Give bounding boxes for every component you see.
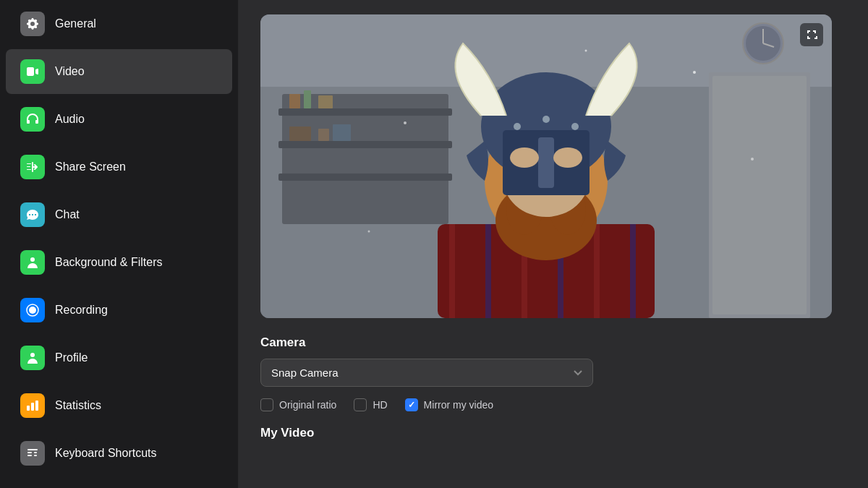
share-screen-icon <box>20 155 45 179</box>
sidebar-item-chat[interactable]: Chat <box>6 192 232 237</box>
hd-label: HD <box>373 399 387 411</box>
svg-point-55 <box>751 158 754 160</box>
sidebar-item-statistics[interactable]: Statistics <box>6 383 232 428</box>
sidebar-item-profile-label: Profile <box>55 351 88 364</box>
statistics-icon <box>20 393 45 418</box>
sidebar-item-share-screen[interactable]: Share Screen <box>6 145 232 189</box>
checkboxes-row: Original ratio HD Mirror my video <box>260 398 846 411</box>
svg-rect-9 <box>712 76 807 314</box>
sidebar-item-recording[interactable]: Recording <box>6 288 232 333</box>
sidebar-item-background-filters[interactable]: Background & Filters <box>6 240 232 285</box>
sidebar-item-keyboard-shortcuts[interactable]: Keyboard Shortcuts <box>6 431 232 476</box>
svg-rect-17 <box>289 127 311 141</box>
sidebar-item-profile[interactable]: Profile <box>6 335 232 380</box>
recording-icon <box>20 298 45 322</box>
sidebar-item-chat-label: Chat <box>55 208 80 221</box>
video-preview <box>260 14 832 318</box>
sidebar: General Video Audio Share Screen <box>0 0 239 488</box>
svg-rect-0 <box>27 169 31 170</box>
sidebar-item-general[interactable]: General <box>6 1 232 46</box>
svg-rect-13 <box>278 174 452 181</box>
svg-point-51 <box>553 147 582 168</box>
background-filters-icon <box>20 250 45 275</box>
sidebar-item-keyboard-shortcuts-label: Keyboard Shortcuts <box>55 447 157 460</box>
svg-rect-12 <box>278 141 452 148</box>
svg-point-53 <box>693 71 696 74</box>
svg-rect-15 <box>304 90 311 108</box>
original-ratio-checkbox-item[interactable]: Original ratio <box>260 398 336 411</box>
svg-rect-49 <box>538 137 554 188</box>
svg-point-46 <box>571 123 579 130</box>
svg-rect-2 <box>27 163 31 164</box>
sidebar-item-share-screen-label: Share Screen <box>55 160 126 174</box>
sidebar-item-audio[interactable]: Audio <box>6 97 232 142</box>
sidebar-item-background-filters-label: Background & Filters <box>55 256 163 269</box>
sidebar-item-general-label: General <box>55 17 96 30</box>
svg-point-56 <box>585 50 587 52</box>
svg-rect-11 <box>278 108 452 116</box>
svg-point-54 <box>368 231 370 233</box>
camera-dropdown[interactable]: Snap Camera FaceTime HD Camera Virtual C… <box>260 359 593 387</box>
svg-point-52 <box>404 121 407 124</box>
hd-checkbox-item[interactable]: HD <box>354 398 387 411</box>
keyboard-icon <box>20 441 45 466</box>
svg-point-3 <box>29 307 36 314</box>
original-ratio-label: Original ratio <box>279 399 336 411</box>
camera-section-label: Camera <box>260 335 846 350</box>
video-scene <box>260 14 832 318</box>
expand-button[interactable] <box>800 23 823 46</box>
my-video-section-label: My Video <box>260 426 846 440</box>
sidebar-item-video[interactable]: Video <box>6 49 232 94</box>
svg-rect-16 <box>318 95 333 108</box>
sidebar-item-statistics-label: Statistics <box>55 399 101 412</box>
sidebar-item-video-label: Video <box>55 65 85 78</box>
svg-point-45 <box>542 116 550 123</box>
gear-icon <box>20 12 45 36</box>
svg-point-44 <box>514 123 521 130</box>
mirror-video-label: Mirror my video <box>424 399 493 411</box>
svg-rect-14 <box>289 94 300 108</box>
video-icon <box>20 59 45 84</box>
headphones-icon <box>20 107 45 132</box>
chat-icon <box>20 202 45 227</box>
sidebar-item-recording-label: Recording <box>55 304 108 317</box>
svg-rect-19 <box>333 124 351 141</box>
profile-icon <box>20 346 45 370</box>
hd-checkbox[interactable] <box>354 398 367 411</box>
mirror-video-checkbox-item[interactable]: Mirror my video <box>405 398 493 411</box>
sidebar-item-audio-label: Audio <box>55 113 85 126</box>
svg-rect-1 <box>27 166 30 167</box>
svg-point-50 <box>510 147 539 168</box>
mirror-video-checkbox[interactable] <box>405 398 418 411</box>
svg-rect-18 <box>318 129 329 141</box>
main-content: Camera Snap Camera FaceTime HD Camera Vi… <box>239 0 868 488</box>
original-ratio-checkbox[interactable] <box>260 398 273 411</box>
